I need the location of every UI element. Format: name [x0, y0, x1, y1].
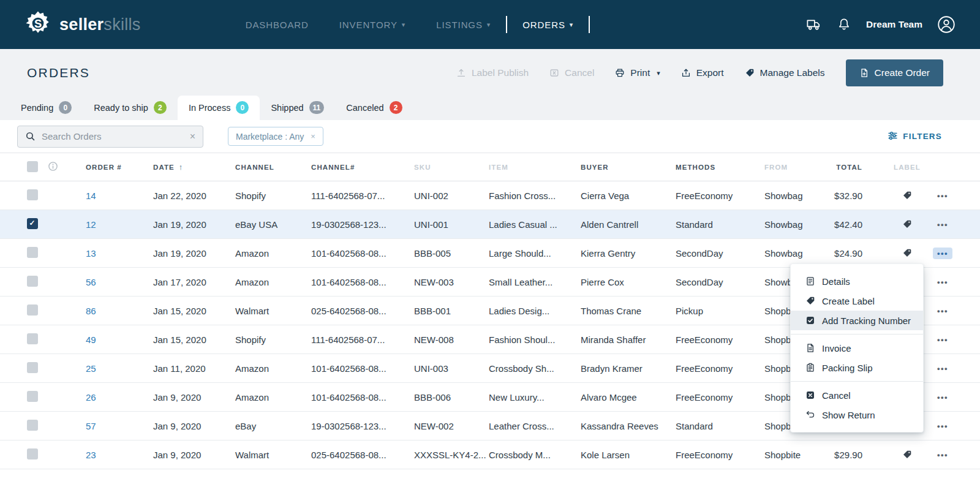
order-number-link[interactable]: 23 — [86, 450, 96, 460]
tab-shipped[interactable]: Shipped11 — [260, 96, 335, 120]
menu-item-details[interactable]: Details — [791, 271, 923, 291]
row-actions-menu-icon[interactable]: ••• — [933, 276, 952, 288]
order-item: Crossbody Sh... — [489, 363, 581, 374]
order-number-link[interactable]: 56 — [86, 277, 96, 287]
col-header-label[interactable]: LABEL — [889, 164, 925, 171]
search-box: × — [17, 126, 203, 148]
row-checkbox[interactable] — [27, 218, 38, 229]
row-actions-menu-icon[interactable]: ••• — [933, 363, 952, 374]
col-header-sku[interactable]: SKU — [414, 164, 489, 171]
row-actions-menu-icon[interactable]: ••• — [933, 305, 952, 317]
menu-item-label: Details — [822, 276, 850, 287]
order-channel: eBay USA — [235, 219, 311, 230]
row-actions-menu-icon[interactable]: ••• — [933, 248, 952, 259]
clear-search-icon[interactable]: × — [190, 132, 195, 142]
menu-item-cancel[interactable]: Cancel — [791, 385, 923, 405]
order-item: Small Leather... — [489, 277, 581, 287]
col-header-buyer[interactable]: BUYER — [581, 164, 676, 171]
packing-slip-icon — [805, 363, 815, 372]
menu-item-create-label[interactable]: Create Label — [791, 291, 923, 311]
export-button[interactable]: Export — [681, 67, 724, 78]
order-from: Showbag — [764, 191, 828, 201]
remove-chip-icon[interactable]: × — [311, 132, 315, 141]
filters-button[interactable]: FILTERS — [888, 130, 942, 143]
chevron-down-icon: ▾ — [657, 69, 660, 77]
shipping-label-tag-icon[interactable] — [902, 191, 912, 200]
tab-count-badge: 2 — [390, 101, 402, 114]
row-actions-menu-icon[interactable]: ••• — [933, 219, 952, 230]
col-header-channel[interactable]: CHANNEL — [235, 164, 311, 171]
create-order-button[interactable]: Create Order — [846, 59, 943, 86]
order-number-link[interactable]: 13 — [86, 248, 96, 259]
order-item: Fashion Shoul... — [489, 335, 581, 345]
row-checkbox[interactable] — [27, 391, 38, 402]
row-actions-menu-icon[interactable]: ••• — [933, 420, 952, 432]
row-checkbox[interactable] — [27, 448, 38, 459]
row-actions-menu-icon[interactable]: ••• — [933, 391, 952, 403]
row-checkbox[interactable] — [27, 333, 38, 344]
tab-canceled[interactable]: Canceled2 — [335, 96, 413, 120]
tracking-checkbox-icon — [805, 316, 815, 325]
order-row[interactable]: 12 Jan 19, 2020 eBay USA 19-0302568-123.… — [0, 210, 980, 239]
shipping-label-tag-icon[interactable] — [902, 248, 912, 258]
tab-label: In Process — [189, 103, 231, 113]
row-checkbox[interactable] — [27, 420, 38, 431]
order-number-link[interactable]: 86 — [86, 306, 96, 316]
chevron-down-icon: ▾ — [487, 21, 491, 29]
tab-in-process[interactable]: In Process0 — [178, 96, 260, 120]
menu-item-invoice[interactable]: Invoice — [791, 338, 923, 358]
nav-item-listings[interactable]: LISTINGS▾ — [421, 0, 506, 49]
row-checkbox[interactable] — [27, 189, 38, 200]
order-number-link[interactable]: 49 — [86, 335, 96, 345]
select-all-checkbox[interactable] — [27, 161, 38, 172]
row-actions-menu-icon[interactable]: ••• — [933, 334, 952, 346]
order-number-link[interactable]: 25 — [86, 363, 96, 374]
menu-item-show-return[interactable]: Show Return — [791, 405, 923, 425]
order-number-link[interactable]: 12 — [86, 219, 96, 230]
col-header-channel-number[interactable]: CHANNEL# — [311, 164, 414, 171]
order-row[interactable]: 14 Jan 22, 2020 Shopify 111-6402568-07..… — [0, 181, 980, 210]
order-number-link[interactable]: 14 — [86, 191, 96, 201]
menu-item-packing-slip[interactable]: Packing Slip — [791, 358, 923, 377]
brand-logo[interactable]: S sellerskills — [24, 10, 141, 39]
tab-pending[interactable]: Pending0 — [10, 96, 83, 120]
nav-separator — [589, 16, 590, 33]
nav-item-inventory[interactable]: INVENTORY▾ — [324, 0, 421, 49]
order-number-link[interactable]: 57 — [86, 421, 96, 431]
col-header-methods[interactable]: METHODS — [676, 164, 764, 171]
shipping-truck-icon[interactable] — [806, 17, 822, 32]
order-number-link[interactable]: 26 — [86, 392, 96, 403]
cancel-square-icon — [549, 68, 559, 78]
col-header-item[interactable]: ITEM — [489, 164, 581, 171]
shipping-label-tag-icon[interactable] — [902, 450, 912, 459]
col-header-date[interactable]: DATE↑ — [153, 162, 235, 172]
nav-item-dashboard[interactable]: DASHBOARD — [230, 0, 324, 49]
row-actions-menu-icon[interactable]: ••• — [933, 190, 952, 202]
row-actions-menu-icon[interactable]: ••• — [933, 449, 952, 461]
col-header-total[interactable]: TOTAL — [828, 164, 889, 171]
shipping-label-tag-icon[interactable] — [902, 219, 912, 229]
row-checkbox[interactable] — [27, 362, 38, 373]
user-avatar-icon[interactable] — [937, 15, 956, 34]
tab-ready-to-ship[interactable]: Ready to ship2 — [83, 96, 178, 120]
row-checkbox[interactable] — [27, 247, 38, 258]
order-channel-number: 111-6402568-07... — [311, 191, 414, 201]
notifications-bell-icon[interactable] — [837, 17, 851, 32]
order-buyer: Pierre Cox — [581, 277, 676, 287]
manage-labels-button[interactable]: Manage Labels — [745, 67, 825, 78]
chip-label: Marketplace : Any — [236, 132, 304, 142]
col-header-order[interactable]: ORDER # — [86, 164, 153, 171]
row-checkbox[interactable] — [27, 304, 38, 316]
details-icon — [805, 276, 815, 286]
user-name[interactable]: Dream Team — [866, 19, 922, 30]
search-input[interactable] — [42, 131, 184, 142]
nav-item-orders[interactable]: ORDERS▾ — [507, 0, 589, 49]
info-icon[interactable] — [48, 161, 58, 173]
col-header-from[interactable]: FROM — [764, 164, 828, 171]
row-checkbox[interactable] — [27, 276, 38, 287]
print-button[interactable]: Print▾ — [615, 67, 660, 78]
menu-item-label: Packing Slip — [822, 363, 873, 373]
order-row[interactable]: 23 Jan 9, 2020 Walmart 025-6402568-08...… — [0, 441, 980, 469]
menu-item-add-tracking-number[interactable]: Add Tracking Number — [791, 311, 923, 330]
marketplace-filter-chip[interactable]: Marketplace : Any × — [228, 127, 323, 146]
